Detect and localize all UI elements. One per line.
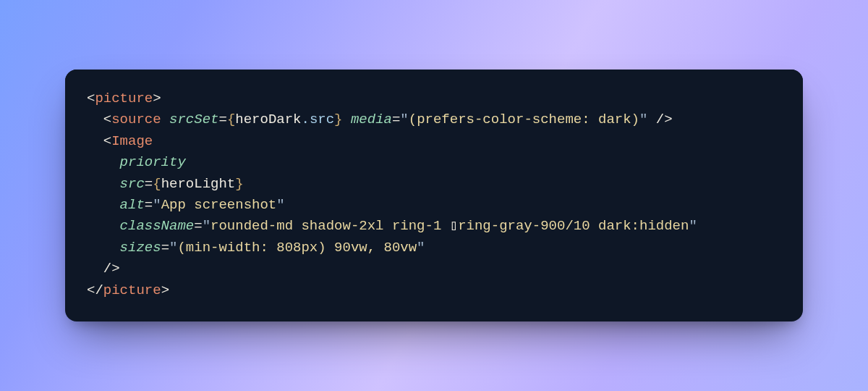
token-attr: className xyxy=(120,218,195,234)
token-str: rounded-md shadow-2xl ring-1 xyxy=(210,218,450,234)
token-str: (min-width: 808px) 90vw, 80vw xyxy=(177,240,417,256)
token-attr: srcSet xyxy=(169,112,218,127)
token-punc xyxy=(343,112,351,127)
code-line: /> xyxy=(87,261,120,277)
token-tag: picture xyxy=(103,282,161,298)
token-punc: > xyxy=(153,91,161,106)
token-punc: = xyxy=(194,218,202,234)
token-punc: = xyxy=(218,112,226,127)
cutoff-previous-line: ‿ ‿ ‿ ‿ ‿ ͵ xyxy=(87,72,781,84)
token-q: " xyxy=(203,218,210,234)
token-punc: < xyxy=(87,91,95,106)
token-q: " xyxy=(153,197,161,213)
code-line: <source srcSet={heroDark.src} media="(pr… xyxy=(87,112,673,127)
code-line: sizes="(min-width: 808px) 90vw, 80vw" xyxy=(87,240,425,256)
code-block: <picture> <source srcSet={heroDark.src} … xyxy=(87,88,781,301)
token-attr: sizes xyxy=(120,240,161,256)
token-expr: heroLight xyxy=(161,176,236,192)
token-attr: media xyxy=(351,112,392,127)
token-prop: .src xyxy=(302,112,335,127)
token-q: " xyxy=(169,240,177,256)
code-line: alt="App screenshot" xyxy=(87,197,285,213)
token-q: " xyxy=(689,218,697,234)
token-str: (prefers-color-scheme: dark) xyxy=(409,112,639,127)
token-punc: = xyxy=(145,176,153,192)
token-punc: < xyxy=(103,112,111,127)
token-punc: = xyxy=(392,112,400,127)
token-expr: heroDark xyxy=(235,112,301,127)
token-q: " xyxy=(417,240,425,256)
token-punc: = xyxy=(145,197,153,213)
token-q: " xyxy=(400,112,408,127)
token-tag: source xyxy=(111,112,161,127)
top-fade-overlay xyxy=(65,70,803,85)
token-punc: = xyxy=(161,240,169,256)
token-attr: src xyxy=(120,176,145,192)
token-brace: { xyxy=(153,176,161,192)
token-str: ring-gray-900/10 dark:hidden xyxy=(458,218,689,234)
token-str: App screenshot xyxy=(161,197,277,213)
token-tag: Image xyxy=(111,133,153,149)
code-line: </picture> xyxy=(87,282,169,298)
token-punc: /> xyxy=(647,112,672,127)
token-q: " xyxy=(276,197,284,213)
token-brace: { xyxy=(227,112,235,127)
token-attr: priority xyxy=(120,154,186,170)
token-tag: picture xyxy=(95,91,153,106)
token-brace: } xyxy=(334,112,342,127)
token-brace: } xyxy=(235,176,243,192)
token-q: " xyxy=(639,112,647,127)
code-line: <Image xyxy=(87,133,153,149)
token-punc xyxy=(161,112,169,127)
token-punc: </ xyxy=(87,282,103,298)
token-punc: > xyxy=(161,282,169,298)
token-attr: alt xyxy=(120,197,145,213)
code-line: <picture> xyxy=(87,91,161,106)
code-line: priority xyxy=(87,154,186,170)
code-line: src={heroLight} xyxy=(87,176,244,192)
token-box: ▯ xyxy=(450,218,458,234)
token-punc: < xyxy=(103,133,111,149)
code-card: ‿ ‿ ‿ ‿ ‿ ͵ <picture> <source srcSet={he… xyxy=(65,70,803,321)
code-line: className="rounded-md shadow-2xl ring-1 … xyxy=(87,218,697,234)
token-punc: /> xyxy=(103,261,120,277)
